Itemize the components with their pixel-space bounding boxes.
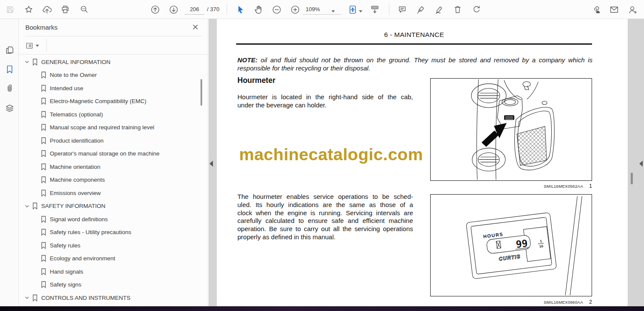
bookmarks-panel-icon[interactable] [3, 63, 15, 75]
hand-tool-button[interactable] [252, 3, 264, 15]
bookmark-icon [32, 202, 41, 210]
toolbar-divider [227, 4, 227, 15]
bookmark-item-label: Telematics (optional) [50, 111, 103, 118]
comment-button[interactable] [396, 3, 409, 15]
figure-1-code: SMIL16MEX0562AA [544, 184, 583, 189]
zoom-out-button[interactable] [270, 3, 283, 15]
figure-2-reading: 99 [515, 238, 528, 250]
collapse-panel-handle[interactable] [210, 161, 213, 167]
paragraph-line: clock when the engine is running. Servic… [237, 209, 413, 217]
bookmark-item[interactable]: Safety rules - Utility precautions [19, 226, 208, 239]
collapse-right-panel-handle[interactable] [639, 161, 643, 167]
bookmark-item-label: Signal word definitions [50, 216, 108, 223]
pages-panel-icon[interactable] [3, 44, 15, 56]
bookmarks-panel: Bookmarks GENERAL INFORMATION Note to th… [19, 19, 208, 306]
layers-panel-icon[interactable] [3, 102, 15, 114]
figure-2-fraction-denominator: 10 [539, 244, 544, 248]
search-zoom-button[interactable] [78, 3, 91, 15]
paragraph-line: carefully calculated to ensure safe and … [237, 217, 413, 225]
page-up-button[interactable] [149, 3, 161, 15]
bookmark-icon [40, 255, 50, 262]
zoom-field-underline [303, 14, 341, 15]
profile-add-button[interactable] [626, 3, 639, 15]
zoom-in-button[interactable] [289, 3, 301, 15]
bookmark-item[interactable]: Electro-Magnetic Compatibility (EMC) [19, 95, 208, 108]
scroll-mode-button[interactable] [368, 3, 381, 15]
bookmark-item[interactable]: Safety rules [19, 239, 208, 252]
attachments-panel-icon[interactable] [3, 82, 15, 94]
paragraph-line: operation. Be sure to carry out all the … [237, 225, 413, 233]
bookmarks-scrollbar-thumb[interactable] [200, 79, 202, 106]
chevron-down-icon [36, 45, 39, 47]
bookmark-item[interactable]: Emissions overview [19, 186, 208, 200]
share-link-button[interactable] [589, 3, 602, 15]
refresh-button[interactable] [470, 3, 483, 15]
page-down-button[interactable] [167, 3, 180, 15]
bookmark-item-label: Safety rules - Utility precautions [50, 229, 131, 235]
toolbar-divider [389, 4, 389, 15]
zoom-dropdown-caret[interactable] [331, 7, 335, 14]
bookmark-item-label: CONTROLS AND INSTRUMENTS [41, 295, 131, 301]
bookmark-icon [40, 176, 50, 183]
bookmark-icon [40, 111, 50, 118]
bookmark-item[interactable]: Machine orientation [19, 160, 208, 174]
bookmark-item[interactable]: Ecology and environment [19, 252, 208, 265]
bookmark-item-label: Emissions overview [50, 190, 101, 196]
document-scrollbar-thumb[interactable] [631, 173, 633, 184]
bookmark-item-label: Ecology and environment [50, 255, 115, 262]
bookmark-icon [40, 98, 50, 105]
bookmark-options-button[interactable] [25, 40, 43, 52]
paragraph-line: uled. Its hourly indications are the sam… [237, 201, 413, 209]
close-icon[interactable] [191, 23, 200, 32]
chevron-down-icon[interactable] [24, 59, 32, 64]
bookmark-item[interactable]: Telematics (optional) [19, 108, 208, 121]
bookmark-item[interactable]: GENERAL INFORMATION [19, 55, 208, 69]
mail-button[interactable] [608, 3, 620, 15]
bookmark-item[interactable]: Safety signs [19, 278, 208, 292]
highlighter-button[interactable] [414, 3, 427, 15]
cloud-upload-button[interactable] [40, 3, 53, 15]
bookmark-item[interactable]: Machine components [19, 174, 208, 187]
zoom-level-value[interactable]: 109% [306, 6, 328, 12]
bookmark-icon [40, 163, 50, 171]
note-label: NOTE: [237, 56, 258, 64]
page-number-input[interactable] [185, 4, 204, 15]
note-text-line2: responsible for their recycling or their… [237, 64, 592, 72]
bookmark-item[interactable]: Operator's manual storage on the machine [19, 147, 208, 161]
fit-page-dropdown-caret[interactable] [359, 7, 362, 14]
figure-1-illustration [430, 78, 592, 181]
bookmark-icon [40, 71, 50, 79]
bookmark-icon [40, 268, 50, 275]
chevron-down-icon[interactable] [24, 204, 32, 209]
sign-pen-button[interactable] [433, 3, 446, 15]
figure-2-brand: CURTIS [498, 253, 521, 262]
figure-2-illustration: HOURS 99 CURTIS 1 10 [430, 194, 592, 296]
bookmark-item-label: Note to the Owner [50, 72, 97, 78]
star-button[interactable] [22, 3, 35, 15]
bookmark-item[interactable]: Intended use [19, 82, 208, 95]
note-paragraph: NOTE: oil and fluid should not be thrown… [237, 56, 592, 72]
fit-page-button[interactable] [346, 3, 359, 15]
bookmark-item[interactable]: SAFETY INFORMATION [19, 200, 208, 213]
paragraph-line: under the beverage can holder. [237, 101, 413, 109]
bookmark-item[interactable]: Manual scope and required training level [19, 121, 208, 134]
paragraph-line: Hourmeter is located in the right-hand s… [237, 93, 413, 101]
save-button[interactable] [3, 3, 16, 15]
bookmarks-panel-title: Bookmarks [25, 24, 58, 31]
pdf-page: 6 - MAINTENANCE NOTE: oil and fluid shou… [217, 19, 628, 306]
bookmark-item[interactable]: Product identification [19, 134, 208, 147]
chevron-down-icon[interactable] [24, 295, 32, 300]
bookmark-item[interactable]: Note to the Owner [19, 69, 208, 82]
bookmark-tree: GENERAL INFORMATION Note to the Owner In… [19, 55, 208, 305]
taskbar-edge [0, 306, 644, 311]
bookmark-item[interactable]: Signal word definitions [19, 213, 208, 226]
bookmark-item[interactable]: CONTROLS AND INSTRUMENTS [19, 291, 208, 305]
print-button[interactable] [59, 3, 72, 15]
bookmark-icon [40, 216, 50, 223]
bookmark-item-label: Product identification [50, 137, 103, 144]
bookmark-item[interactable]: Hand signals [19, 265, 208, 278]
select-cursor-button[interactable] [234, 3, 247, 15]
service-paragraph: The hourmeter enables service operations… [237, 193, 413, 241]
bookmark-item-label: Operator's manual storage on the machine [50, 150, 159, 157]
trash-button[interactable] [451, 3, 464, 15]
